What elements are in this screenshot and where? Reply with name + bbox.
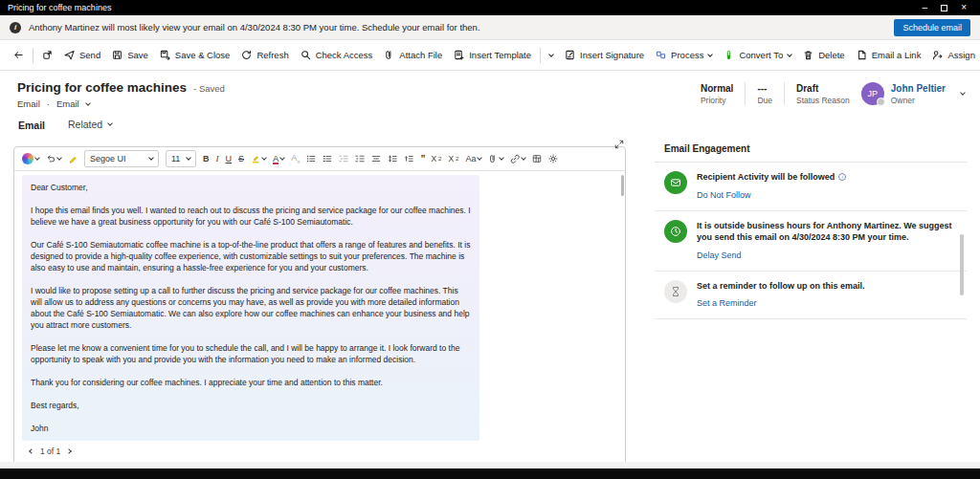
increase-indent-button[interactable] xyxy=(352,152,368,165)
insert-template-button[interactable]: Insert Template xyxy=(448,44,537,67)
delete-button[interactable]: Delete xyxy=(797,44,850,67)
assign-button[interactable]: Assign xyxy=(926,44,980,67)
align-icon xyxy=(371,154,381,163)
page-navigation: 1 of 1 xyxy=(22,441,617,460)
table-button[interactable] xyxy=(529,152,545,165)
italic-button[interactable]: I xyxy=(213,152,222,165)
email-editor: Segoe UI 11 B I U S A Ax ” xyxy=(13,137,626,468)
paragraph-spacing-icon xyxy=(404,154,413,163)
link-button[interactable] xyxy=(507,152,528,165)
next-page-icon[interactable] xyxy=(66,448,72,454)
signature-icon xyxy=(565,50,575,60)
process-button[interactable]: Process xyxy=(650,44,718,67)
expand-icon xyxy=(614,140,624,149)
info-icon[interactable]: i xyxy=(838,173,846,181)
close-button[interactable]: × xyxy=(961,3,967,12)
decrease-indent-button[interactable] xyxy=(336,152,351,165)
font-color-button[interactable]: A xyxy=(270,152,287,166)
window-titlebar: Pricing for coffee machines – × xyxy=(0,0,980,15)
arrow-left-icon xyxy=(13,50,24,60)
window-title: Pricing for coffee machines xyxy=(8,3,111,12)
expand-editor-button[interactable] xyxy=(614,136,624,153)
editor-scrollbar[interactable] xyxy=(621,175,624,196)
strikethrough-button[interactable]: S xyxy=(235,152,247,165)
editor-body[interactable]: Dear Customer,I hope this email finds yo… xyxy=(14,171,625,467)
breadcrumb[interactable]: Email · Email xyxy=(17,98,225,109)
refresh-button[interactable]: Refresh xyxy=(235,44,294,67)
numbered-list-button[interactable] xyxy=(320,152,335,165)
highlight-color-button[interactable] xyxy=(248,152,269,165)
owner-field[interactable]: JP John Peltier Owner xyxy=(861,82,946,105)
person-icon xyxy=(932,50,943,60)
popout-icon xyxy=(42,50,53,60)
schedule-email-button[interactable]: Schedule email xyxy=(894,19,970,36)
send-button[interactable]: Send xyxy=(58,44,106,67)
chevron-down-icon xyxy=(787,52,792,57)
status-reason-field: Draft Status Reason xyxy=(796,83,850,105)
editor-settings-button[interactable] xyxy=(546,152,561,165)
chevron-down-icon xyxy=(34,155,40,161)
popout-button[interactable] xyxy=(36,44,58,67)
previous-page-icon[interactable] xyxy=(29,448,34,454)
undo-button[interactable] xyxy=(43,152,64,165)
divider xyxy=(33,48,33,63)
convert-to-button[interactable]: Convert To xyxy=(718,44,797,67)
indent-icon xyxy=(355,154,365,163)
align-button[interactable] xyxy=(368,152,384,165)
chevron-down-icon xyxy=(708,52,714,57)
clock-icon xyxy=(664,220,687,243)
text-case-icon: Aa xyxy=(465,154,476,163)
copilot-button[interactable] xyxy=(19,151,42,166)
chevron-down-icon xyxy=(186,155,191,161)
overflow-chevron-button[interactable] xyxy=(544,44,559,67)
paragraph-spacing-button[interactable] xyxy=(401,152,416,165)
minimize-button[interactable]: – xyxy=(923,3,928,12)
engagement-item-business-hours: It is outside business hours for Anthony… xyxy=(655,211,967,272)
bold-button[interactable]: B xyxy=(200,152,212,165)
delay-send-link[interactable]: Delay Send xyxy=(697,250,742,260)
subscript-button[interactable]: X2 xyxy=(428,152,444,165)
email-link-button[interactable]: Email a Link xyxy=(851,44,927,67)
insert-signature-button[interactable]: Insert Signature xyxy=(559,44,650,67)
email-paragraph: I would like to propose setting up a cal… xyxy=(31,285,471,331)
notification-bar: i Anthony Martinez will most likely view… xyxy=(0,15,980,40)
font-family-select[interactable]: Segoe UI xyxy=(84,150,159,167)
superscript-button[interactable]: X2 xyxy=(445,152,461,165)
attach-button[interactable] xyxy=(485,152,506,165)
page-title: Pricing for coffee machines xyxy=(17,80,187,95)
font-size-select[interactable]: 11 xyxy=(166,150,196,167)
trash-icon xyxy=(803,50,813,60)
back-button[interactable] xyxy=(8,44,30,67)
divider xyxy=(784,82,785,105)
maximize-button[interactable] xyxy=(941,5,947,11)
email-paragraph: I hope this email finds you well. I want… xyxy=(31,205,471,228)
check-access-button[interactable]: Check Access xyxy=(295,44,379,67)
blockquote-button[interactable]: ” xyxy=(417,152,427,166)
template-icon xyxy=(454,50,464,60)
gear-icon xyxy=(548,154,558,163)
line-spacing-icon xyxy=(388,154,397,163)
set-reminder-link[interactable]: Set a Reminder xyxy=(697,298,757,308)
due-field: --- Due xyxy=(757,83,772,105)
info-icon: i xyxy=(10,22,21,33)
header-chevron-icon[interactable] xyxy=(960,90,966,96)
bullet-list-button[interactable] xyxy=(303,152,319,165)
chevron-down-icon xyxy=(85,100,91,106)
panel-scrollbar[interactable] xyxy=(960,234,964,295)
email-paragraph: Thank you for considering our coffee mac… xyxy=(31,377,471,388)
underline-button[interactable]: U xyxy=(223,152,235,165)
record-header: Pricing for coffee machines - Saved Emai… xyxy=(0,71,980,109)
process-icon xyxy=(656,50,666,60)
do-not-follow-link[interactable]: Do Not Follow xyxy=(697,190,751,200)
save-button[interactable]: Save xyxy=(106,44,154,67)
clear-format-button[interactable]: Ax xyxy=(288,151,302,166)
text-case-button[interactable]: Aa xyxy=(462,152,484,165)
rich-text-editor: Segoe UI 11 B I U S A Ax ” xyxy=(13,146,626,468)
attach-file-button[interactable]: Attach File xyxy=(378,44,448,67)
save-close-button[interactable]: Save & Close xyxy=(154,44,236,67)
copilot-icon xyxy=(22,153,33,164)
line-spacing-button[interactable] xyxy=(385,152,400,165)
format-painter-button[interactable] xyxy=(65,152,80,165)
email-body-text[interactable]: Dear Customer,I hope this email finds yo… xyxy=(22,175,479,441)
format-painter-icon xyxy=(68,154,78,163)
